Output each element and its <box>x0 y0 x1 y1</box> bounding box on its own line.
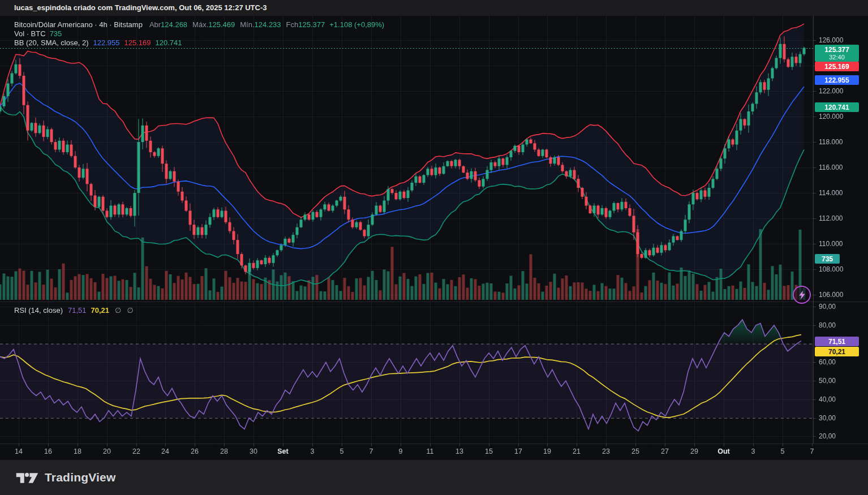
low-value: 124.233 <box>255 20 281 29</box>
time-label: 5 <box>340 447 344 455</box>
last-price-badge: 125.37732:40 <box>815 45 859 62</box>
symbol-title: Bitcoin/Dólar Americano · 4h · Bitstamp <box>14 20 143 29</box>
time-label: 23 <box>602 447 610 455</box>
bb-label: BB (20, SMA, close, 2) <box>14 38 89 47</box>
tradingview-logo[interactable]: TradingView <box>15 469 116 486</box>
chart-canvas[interactable] <box>0 16 868 460</box>
time-label: 28 <box>220 447 228 455</box>
axis-label: 60,00 <box>819 358 836 367</box>
time-label: 14 <box>15 447 23 455</box>
rsi-legend-row[interactable]: RSI (14, close)71,5170,21∅∅ <box>14 306 134 315</box>
volume-label: Vol · BTC <box>14 29 46 38</box>
time-label: 3 <box>751 447 755 455</box>
time-label: 21 <box>573 447 581 455</box>
tradingview-logo-icon <box>15 469 39 486</box>
rsi-empty-2: ∅ <box>127 306 133 315</box>
tradingview-logo-text: TradingView <box>45 471 116 484</box>
bb-lower-badge: 120.741 <box>815 102 859 112</box>
axis-label: 40,00 <box>819 395 836 404</box>
rsi-ma-value-badge: 70,21 <box>815 347 859 356</box>
time-label: 24 <box>161 447 169 455</box>
time-label: 27 <box>661 447 669 455</box>
axis-label: 116.000 <box>819 163 843 172</box>
lightning-icon <box>798 290 806 300</box>
time-label: 18 <box>74 447 81 455</box>
time-label: 13 <box>456 447 463 455</box>
axis-label: 120.000 <box>819 112 843 121</box>
rsi-value: 71,51 <box>68 306 87 315</box>
time-label: 25 <box>631 447 639 455</box>
time-label: Out <box>717 447 730 455</box>
attribution-bar: lucas_espindola criado com TradingView.c… <box>0 0 868 16</box>
axis-label: 110.000 <box>819 239 843 248</box>
rsi-value-badge: 71,51 <box>815 337 859 346</box>
axis-label: 30,00 <box>819 414 836 423</box>
logo-bar: TradingView <box>0 460 868 495</box>
axis-label: 118.000 <box>819 137 843 147</box>
axis-label: 112.000 <box>819 214 843 223</box>
boost-button[interactable] <box>793 286 811 304</box>
close-label: Fch <box>286 20 299 29</box>
high-value: 125.469 <box>208 20 235 29</box>
time-label: 7 <box>810 447 814 455</box>
axis-label: 108.000 <box>819 265 843 274</box>
time-label: 5 <box>781 447 785 455</box>
rsi-empty-1: ∅ <box>115 306 121 315</box>
volume-value: 735 <box>50 29 62 38</box>
open-value: 124.268 <box>161 20 187 29</box>
axis-label: 122.000 <box>819 87 843 96</box>
time-label: 22 <box>132 447 140 455</box>
time-label: 16 <box>44 447 52 455</box>
chart-legend: Bitcoin/Dólar Americano · 4h · BitstampA… <box>14 20 384 48</box>
time-label: 20 <box>103 447 111 455</box>
axis-label: 114.000 <box>819 188 843 197</box>
time-label: 9 <box>399 447 403 455</box>
axis-label: 126.000 <box>819 36 843 45</box>
bb-legend-row[interactable]: BB (20, SMA, close, 2)122.955125.169120.… <box>14 38 384 48</box>
chart-area[interactable]: Bitcoin/Dólar Americano · 4h · BitstampA… <box>0 16 868 460</box>
bb-basis-badge: 122.955 <box>815 75 859 85</box>
symbol-legend-row[interactable]: Bitcoin/Dólar Americano · 4h · BitstampA… <box>14 20 384 29</box>
attribution-text: lucas_espindola criado com TradingView.c… <box>14 3 267 12</box>
tradingview-chart-screenshot: lucas_espindola criado com TradingView.c… <box>0 0 868 495</box>
rsi-label: RSI (14, close) <box>14 306 63 315</box>
axis-label: 106.000 <box>819 290 843 299</box>
time-label: 29 <box>690 447 698 455</box>
time-label: 19 <box>543 447 551 455</box>
time-axis[interactable]: 141618202224262830Set3579111315171921232… <box>0 444 813 460</box>
time-label: Set <box>277 447 288 455</box>
time-label: 7 <box>369 447 373 455</box>
time-label: 17 <box>514 447 522 455</box>
high-label: Máx. <box>192 20 208 29</box>
bb-upper-value: 125.169 <box>124 38 151 47</box>
low-label: Mín. <box>240 20 254 29</box>
axis-label: 20,00 <box>819 432 836 441</box>
time-label: 26 <box>191 447 199 455</box>
time-label: 11 <box>427 447 434 455</box>
close-value: 125.377 <box>298 20 325 29</box>
volume-legend-row[interactable]: Vol · BTC735 <box>14 29 384 38</box>
open-label: Abr <box>149 20 161 29</box>
bb-upper-badge: 125.169 <box>815 62 859 71</box>
time-label: 15 <box>485 447 493 455</box>
volume-value-badge: 735 <box>815 254 840 264</box>
time-label: 30 <box>250 447 257 455</box>
axis-label: 90,00 <box>819 302 836 311</box>
axis-label: 80,00 <box>819 321 836 330</box>
rsi-ma-value: 70,21 <box>91 306 110 315</box>
time-label: 3 <box>311 447 315 455</box>
bb-basis-value: 122.955 <box>93 38 120 47</box>
bb-lower-value: 120.741 <box>156 38 182 47</box>
change-value: +1.108 (+0,89%) <box>329 20 384 29</box>
axis-label: 50,00 <box>819 376 836 385</box>
